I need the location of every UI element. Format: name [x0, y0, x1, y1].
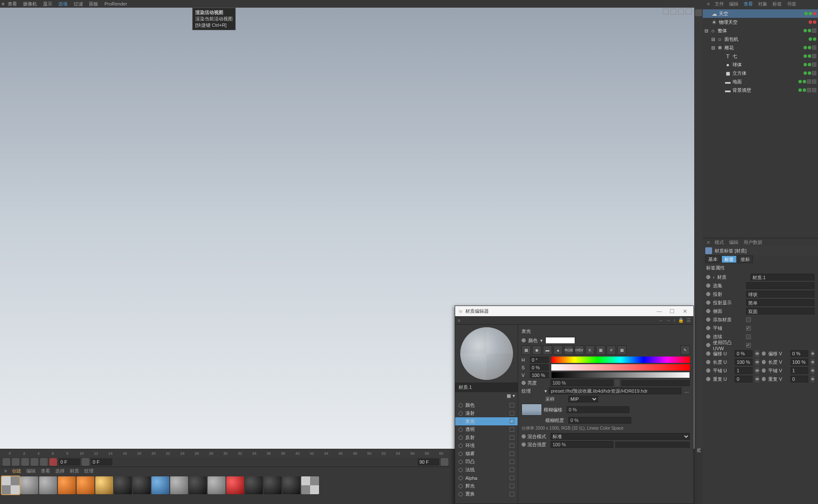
- channel-row[interactable]: 颜色: [455, 401, 518, 409]
- anim-dot[interactable]: [459, 428, 463, 432]
- mix-strength-slider[interactable]: [615, 442, 690, 448]
- tree-row[interactable]: ☀物理天空: [703, 18, 818, 26]
- spinner[interactable]: [755, 376, 759, 382]
- anim-dot[interactable]: [459, 484, 463, 488]
- channel-checkbox[interactable]: [510, 403, 514, 408]
- anim-dot[interactable]: [459, 476, 463, 480]
- color-dropdown[interactable]: ▾: [540, 338, 543, 343]
- kelvin-icon[interactable]: K: [585, 345, 595, 355]
- visibility-dot[interactable]: [804, 46, 807, 49]
- subtab-tag[interactable]: 标签: [721, 255, 737, 263]
- mtab-view[interactable]: 查看: [39, 467, 52, 475]
- tree-row[interactable]: T七: [703, 52, 818, 60]
- object-name[interactable]: 雕花: [724, 45, 802, 51]
- visibility-dot[interactable]: [804, 12, 808, 15]
- color-swatch[interactable]: [545, 337, 575, 344]
- vp-icon-3[interactable]: [678, 8, 684, 14]
- brightness-input[interactable]: [550, 379, 613, 386]
- menu-panel[interactable]: 面板: [86, 0, 101, 8]
- visibility-dot[interactable]: [808, 46, 811, 49]
- anim-dot[interactable]: [459, 444, 463, 448]
- object-name[interactable]: 背景填壁: [732, 87, 797, 93]
- om-tab-file[interactable]: 文件: [713, 0, 726, 8]
- object-name[interactable]: 球体: [732, 62, 802, 68]
- mtab-material[interactable]: 材质: [68, 467, 81, 475]
- anim-dot[interactable]: [706, 360, 710, 364]
- material-thumbnail[interactable]: [20, 476, 38, 494]
- visibility-dot[interactable]: [804, 54, 807, 58]
- object-name[interactable]: 天空: [719, 11, 803, 17]
- anim-dot[interactable]: [522, 338, 526, 343]
- tag-icon[interactable]: [812, 62, 816, 67]
- play-button[interactable]: [21, 458, 29, 466]
- hamburger-icon[interactable]: ≡: [705, 1, 711, 7]
- attr-tab-edit[interactable]: 编辑: [727, 239, 740, 246]
- lock-icon[interactable]: 🔒: [678, 317, 684, 323]
- mtab-edit[interactable]: 编辑: [25, 467, 37, 475]
- expand-icon[interactable]: ⊟: [711, 45, 715, 51]
- brightness-slider[interactable]: [621, 380, 690, 386]
- anim-dot[interactable]: [706, 292, 710, 296]
- play-start-button[interactable]: [3, 458, 10, 466]
- hamburger-icon[interactable]: ≡: [2, 1, 4, 6]
- anim-dot[interactable]: [706, 351, 710, 356]
- tree-row[interactable]: ●球体: [703, 60, 818, 69]
- spinner[interactable]: [811, 359, 815, 365]
- preview-opt-icon[interactable]: ▦: [507, 393, 511, 399]
- minimize-button[interactable]: —: [654, 307, 664, 315]
- visibility-dot[interactable]: [809, 12, 812, 15]
- tree-row[interactable]: ▬地面: [703, 77, 818, 86]
- tag-icon[interactable]: [812, 71, 816, 75]
- material-thumbnail[interactable]: [2, 476, 20, 494]
- anim-dot[interactable]: [706, 343, 710, 347]
- blur-offset-input[interactable]: [567, 406, 630, 413]
- prop-value[interactable]: 100 %: [790, 359, 808, 365]
- menu-icon[interactable]: ☰: [687, 317, 691, 323]
- tag-icon[interactable]: [807, 88, 811, 92]
- channel-row[interactable]: 环境: [455, 442, 518, 450]
- play-next-button[interactable]: [31, 458, 38, 466]
- object-name[interactable]: 面包机: [724, 36, 807, 42]
- tag-icon[interactable]: [812, 88, 816, 92]
- visibility-dot[interactable]: [808, 63, 811, 66]
- spinner[interactable]: [755, 359, 759, 365]
- channel-row[interactable]: 凹凸: [455, 458, 518, 466]
- property-checkbox[interactable]: [746, 326, 751, 331]
- visibility-dot[interactable]: [813, 37, 816, 41]
- eyedropper-icon[interactable]: ✎: [681, 345, 690, 355]
- tree-row[interactable]: ⊟○整体: [703, 26, 818, 35]
- texture-dropdown[interactable]: ▾: [544, 388, 547, 394]
- expand-icon[interactable]: ⊟: [711, 37, 715, 42]
- material-thumbnail[interactable]: [151, 476, 169, 494]
- image-icon[interactable]: ▲: [553, 345, 563, 355]
- spinner[interactable]: [755, 350, 759, 357]
- anim-dot[interactable]: [762, 351, 766, 356]
- visibility-dot[interactable]: [803, 88, 806, 92]
- texture-menu[interactable]: …: [683, 388, 690, 394]
- hash-icon[interactable]: #: [607, 345, 616, 355]
- tree-row[interactable]: ⊟❄雕花: [703, 43, 818, 52]
- channel-checkbox[interactable]: [510, 411, 514, 416]
- h-slider[interactable]: [551, 357, 690, 363]
- channel-row[interactable]: Alpha: [455, 474, 518, 482]
- visibility-dot[interactable]: [803, 80, 806, 83]
- tree-row[interactable]: ▬背景填壁: [703, 86, 818, 94]
- material-thumbnail[interactable]: [170, 476, 188, 494]
- property-checkbox[interactable]: [746, 317, 751, 322]
- anim-dot[interactable]: [459, 468, 463, 472]
- spectrum-icon[interactable]: ▬: [543, 345, 552, 355]
- material-thumbnail[interactable]: [208, 476, 225, 494]
- anim-dot[interactable]: [706, 300, 710, 305]
- channel-row[interactable]: 发光: [455, 417, 518, 425]
- anim-dot[interactable]: [459, 452, 463, 456]
- tag-icon[interactable]: [812, 54, 816, 58]
- anim-dot[interactable]: [459, 492, 463, 496]
- channel-checkbox[interactable]: [510, 427, 514, 432]
- material-thumbnail[interactable]: [245, 476, 263, 494]
- sampling-select[interactable]: MIP: [568, 396, 598, 402]
- menu-options[interactable]: 选项: [56, 0, 70, 8]
- anim-dot[interactable]: [706, 309, 710, 313]
- swatches-icon[interactable]: ▦: [617, 345, 627, 355]
- anim-dot[interactable]: [706, 326, 710, 330]
- visibility-dot[interactable]: [813, 20, 816, 24]
